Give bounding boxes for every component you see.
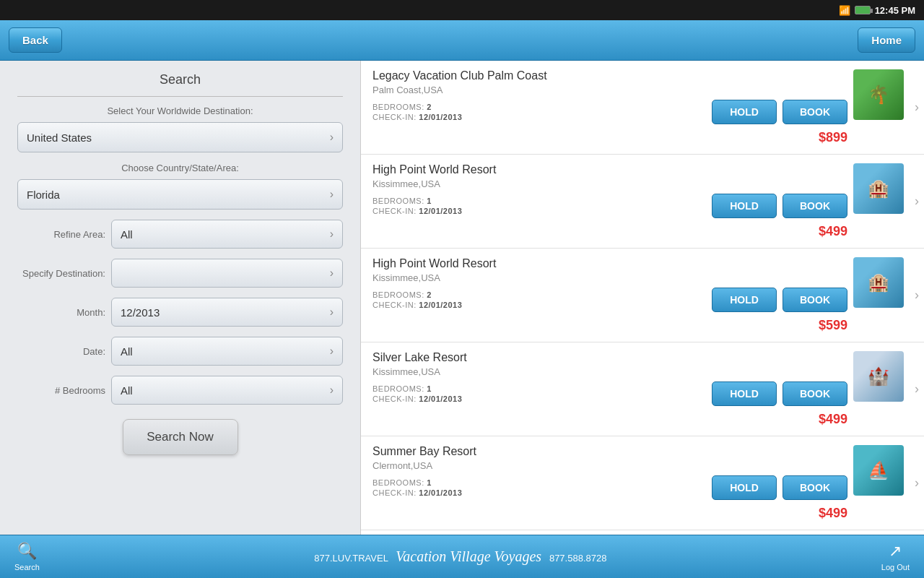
bedrooms-row: # Bedrooms All › <box>17 376 343 405</box>
book-button-2[interactable]: BOOK <box>783 288 847 312</box>
thumb-icon-2: 🏨 <box>853 257 904 308</box>
result-bedrooms-3: BEDROOMS: 1 <box>372 384 694 393</box>
book-button-3[interactable]: BOOK <box>783 381 847 406</box>
result-location-2: Kissimmee,USA <box>372 272 694 283</box>
book-button-4[interactable]: BOOK <box>783 475 847 500</box>
result-checkin-3: CHECK-IN: 12/01/2013 <box>372 394 694 403</box>
refine-area-select[interactable]: All › <box>111 220 343 249</box>
bedrooms-select[interactable]: All › <box>111 376 343 405</box>
result-thumbnail-2: 🏨 <box>853 257 904 308</box>
result-bedrooms-4: BEDROOMS: 1 <box>372 478 694 487</box>
divider <box>17 96 343 97</box>
specify-dest-row: Specify Destination: › <box>17 259 343 288</box>
result-item: Legacy Vacation Club Palm Coast Palm Coa… <box>361 61 924 155</box>
specify-dest-chevron-icon: › <box>330 267 334 280</box>
result-chevron-icon-1[interactable]: › <box>910 163 924 239</box>
result-thumbnail-4: ⛵ <box>853 445 904 496</box>
result-checkin-1: CHECK-IN: 12/01/2013 <box>372 207 694 215</box>
destination-label: Select Your Worldwide Destination: <box>17 105 343 116</box>
search-bottom-item[interactable]: 🔍 Search <box>14 542 40 571</box>
time-display: 12:45 PM <box>875 5 915 16</box>
result-price-3: $499 <box>819 412 847 427</box>
result-checkin-4: CHECK-IN: 12/01/2013 <box>372 488 694 497</box>
specify-dest-select[interactable]: › <box>111 259 343 288</box>
country-label: Choose Country/State/Area: <box>17 163 343 173</box>
refine-area-row: Refine Area: All › <box>17 220 343 249</box>
result-name-1: High Point World Resort <box>372 163 694 176</box>
thumb-icon-1: 🏨 <box>853 163 904 214</box>
book-button-1[interactable]: BOOK <box>783 194 847 218</box>
result-price-0: $899 <box>819 130 847 145</box>
destination-chevron-icon: › <box>330 131 334 144</box>
battery-icon <box>855 6 871 14</box>
book-button-0[interactable]: BOOK <box>783 100 847 124</box>
result-price-2: $599 <box>819 318 847 333</box>
thumb-icon-0: 🌴 <box>853 69 904 120</box>
date-chevron-icon: › <box>330 345 334 358</box>
result-actions-0: HOLD BOOK $899 <box>703 69 847 145</box>
country-select[interactable]: Florida › <box>17 179 343 210</box>
result-info-4: Summer Bay Resort Clermont,USA BEDROOMS:… <box>372 445 703 521</box>
result-name-2: High Point World Resort <box>372 257 694 270</box>
refine-area-label: Refine Area: <box>17 229 111 240</box>
brand-name: Vacation Village Voyages <box>396 548 541 564</box>
search-bottom-label: Search <box>14 563 40 571</box>
back-button[interactable]: Back <box>9 27 62 53</box>
result-thumbnail-0: 🌴 <box>853 69 904 120</box>
result-chevron-icon-4[interactable]: › <box>910 445 924 521</box>
result-actions-2: HOLD BOOK $599 <box>703 257 847 333</box>
month-value: 12/2013 <box>121 306 160 319</box>
result-bedrooms-0: BEDROOMS: 2 <box>372 103 694 111</box>
bedrooms-label: # Bedrooms <box>17 385 111 396</box>
hold-button-3[interactable]: HOLD <box>712 381 777 406</box>
result-chevron-icon-2[interactable]: › <box>910 257 924 333</box>
action-buttons-0: HOLD BOOK <box>712 100 847 124</box>
result-location-1: Kissimmee,USA <box>372 178 694 189</box>
logout-label: Log Out <box>881 563 910 571</box>
search-bottom-icon: 🔍 <box>17 542 37 561</box>
hold-button-1[interactable]: HOLD <box>712 194 777 218</box>
result-location-3: Kissimmee,USA <box>372 366 694 377</box>
date-label: Date: <box>17 346 111 357</box>
month-select[interactable]: 12/2013 › <box>111 298 343 327</box>
result-price-4: $499 <box>819 506 847 521</box>
hold-button-4[interactable]: HOLD <box>712 475 777 500</box>
month-label: Month: <box>17 307 111 318</box>
result-price-1: $499 <box>819 224 847 239</box>
result-chevron-icon-3[interactable]: › <box>910 351 924 427</box>
search-title: Search <box>17 72 343 87</box>
month-row: Month: 12/2013 › <box>17 298 343 327</box>
refine-area-value: All <box>121 228 133 241</box>
date-select[interactable]: All › <box>111 337 343 366</box>
destination-value: United States <box>27 131 92 144</box>
result-item: High Point World Resort Kissimmee,USA BE… <box>361 155 924 249</box>
result-location-4: Clermont,USA <box>372 460 694 471</box>
result-info-0: Legacy Vacation Club Palm Coast Palm Coa… <box>372 69 703 145</box>
phone2: 877.588.8728 <box>549 553 607 564</box>
country-value: Florida <box>27 189 60 201</box>
search-now-button[interactable]: Search Now <box>123 419 238 455</box>
action-buttons-4: HOLD BOOK <box>712 475 847 500</box>
result-thumbnail-1: 🏨 <box>853 163 904 214</box>
result-name-0: Legacy Vacation Club Palm Coast <box>372 69 694 82</box>
home-button[interactable]: Home <box>858 27 915 53</box>
refine-area-chevron-icon: › <box>330 228 334 241</box>
status-icons: 📶 12:45 PM <box>839 5 915 16</box>
result-info-1: High Point World Resort Kissimmee,USA BE… <box>372 163 703 239</box>
hold-button-2[interactable]: HOLD <box>712 288 777 312</box>
wifi-icon: 📶 <box>839 5 850 16</box>
result-item: Summer Bay Resort Clermont,USA BEDROOMS:… <box>361 436 924 530</box>
result-bedrooms-1: BEDROOMS: 1 <box>372 197 694 205</box>
result-chevron-icon-0[interactable]: › <box>910 69 924 145</box>
phone1: 877.LUV.TRAVEL <box>314 553 388 564</box>
result-name-3: Silver Lake Resort <box>372 351 694 364</box>
bottom-bar: 🔍 Search 877.LUV.TRAVEL Vacation Village… <box>0 535 924 578</box>
main-content: Search Select Your Worldwide Destination… <box>0 61 924 535</box>
logout-icon: ↗︎ <box>889 542 902 561</box>
logout-bottom-item[interactable]: ↗︎ Log Out <box>881 542 910 571</box>
date-value: All <box>121 345 133 358</box>
destination-select[interactable]: United States › <box>17 122 343 152</box>
search-panel: Search Select Your Worldwide Destination… <box>0 61 361 535</box>
hold-button-0[interactable]: HOLD <box>712 100 777 124</box>
brand-info: 877.LUV.TRAVEL Vacation Village Voyages … <box>40 548 881 565</box>
